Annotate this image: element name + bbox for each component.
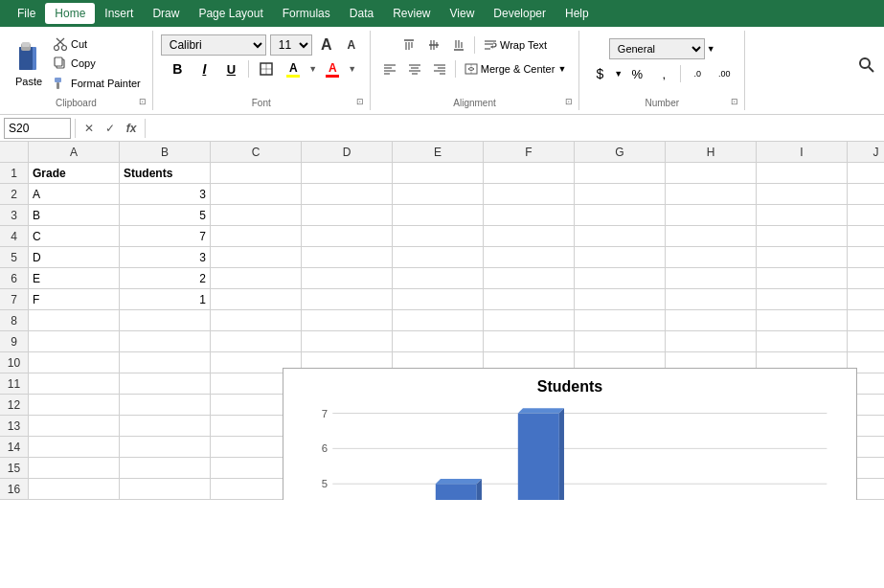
- copy-button[interactable]: Copy: [50, 54, 145, 73]
- font-family-select[interactable]: Calibri: [161, 34, 266, 56]
- confirm-button[interactable]: ✓: [101, 119, 120, 138]
- col-header-h[interactable]: H: [666, 142, 757, 162]
- cell-r8-c9[interactable]: [848, 310, 884, 330]
- cell-r11-c0[interactable]: [29, 373, 120, 394]
- underline-button[interactable]: U: [219, 58, 242, 79]
- row-header-9[interactable]: 9: [0, 331, 29, 352]
- menu-file[interactable]: File: [8, 3, 45, 24]
- cell-r8-c8[interactable]: [757, 310, 848, 330]
- cell-r1-c1[interactable]: Students: [120, 163, 211, 183]
- cell-r8-c0[interactable]: [29, 310, 120, 330]
- align-right-button[interactable]: [428, 58, 451, 79]
- number-expand[interactable]: ⊡: [731, 97, 742, 108]
- cell-r7-c2[interactable]: [211, 289, 302, 309]
- cell-r1-c6[interactable]: [575, 163, 666, 183]
- cell-r6-c3[interactable]: [302, 268, 393, 288]
- font-grow-button[interactable]: A: [316, 34, 337, 56]
- row-header-1[interactable]: 1: [0, 163, 29, 184]
- cell-r6-c0[interactable]: E: [29, 268, 120, 288]
- align-left-button[interactable]: [378, 58, 401, 79]
- cell-r2-c2[interactable]: [211, 184, 302, 204]
- cell-r2-c7[interactable]: [666, 184, 757, 204]
- merge-dropdown[interactable]: ▼: [557, 64, 566, 74]
- row-header-15[interactable]: 15: [0, 458, 29, 479]
- cell-r6-c2[interactable]: [211, 268, 302, 288]
- cell-r13-c1[interactable]: [120, 416, 211, 436]
- cell-reference-input[interactable]: [4, 118, 71, 139]
- row-header-8[interactable]: 8: [0, 310, 29, 331]
- cell-r14-c0[interactable]: [29, 437, 120, 457]
- cell-r1-c8[interactable]: [757, 163, 848, 183]
- cell-r8-c3[interactable]: [302, 310, 393, 330]
- cell-r15-c1[interactable]: [120, 458, 211, 478]
- cell-r3-c2[interactable]: [211, 205, 302, 225]
- cell-r6-c4[interactable]: [393, 268, 484, 288]
- row-header-16[interactable]: 16: [0, 479, 29, 500]
- cell-r9-c3[interactable]: [302, 331, 393, 351]
- col-header-b[interactable]: B: [120, 142, 211, 162]
- cell-r14-c1[interactable]: [120, 437, 211, 457]
- cell-r5-c5[interactable]: [484, 247, 575, 267]
- cell-r1-c3[interactable]: [302, 163, 393, 183]
- chart-container[interactable]: Students 01234567ABCDEF: [283, 368, 857, 500]
- cell-r2-c3[interactable]: [302, 184, 393, 204]
- cell-r3-c3[interactable]: [302, 205, 393, 225]
- cell-r15-c0[interactable]: [29, 458, 120, 478]
- cell-r4-c3[interactable]: [302, 226, 393, 246]
- row-header-11[interactable]: 11: [0, 373, 29, 395]
- cell-r2-c9[interactable]: [848, 184, 884, 204]
- cell-r8-c7[interactable]: [666, 310, 757, 330]
- cell-r1-c4[interactable]: [393, 163, 484, 183]
- cell-r7-c6[interactable]: [575, 289, 666, 309]
- col-header-e[interactable]: E: [393, 142, 484, 162]
- cell-r13-c0[interactable]: [29, 416, 120, 436]
- cell-r5-c1[interactable]: 3: [120, 247, 211, 267]
- cell-r3-c6[interactable]: [575, 205, 666, 225]
- cell-r4-c8[interactable]: [757, 226, 848, 246]
- menu-page-layout[interactable]: Page Layout: [189, 3, 272, 24]
- cell-r9-c0[interactable]: [29, 331, 120, 351]
- cell-r9-c2[interactable]: [211, 331, 302, 351]
- cell-r7-c5[interactable]: [484, 289, 575, 309]
- highlight-button[interactable]: A: [282, 58, 305, 79]
- row-header-3[interactable]: 3: [0, 205, 29, 226]
- cell-r4-c9[interactable]: [848, 226, 884, 246]
- row-header-5[interactable]: 5: [0, 247, 29, 268]
- cell-r5-c6[interactable]: [575, 247, 666, 267]
- cell-r9-c5[interactable]: [484, 331, 575, 351]
- cancel-button[interactable]: ✕: [79, 119, 99, 138]
- align-middle-button[interactable]: [422, 34, 445, 56]
- menu-formulas[interactable]: Formulas: [273, 3, 340, 24]
- cell-r2-c8[interactable]: [757, 184, 848, 204]
- menu-help[interactable]: Help: [555, 3, 599, 24]
- row-header-2[interactable]: 2: [0, 184, 29, 205]
- row-header-7[interactable]: 7: [0, 289, 29, 310]
- cell-r6-c8[interactable]: [757, 268, 848, 288]
- highlight-dropdown[interactable]: ▼: [308, 64, 317, 74]
- cell-r2-c5[interactable]: [484, 184, 575, 204]
- cell-r12-c1[interactable]: [120, 395, 211, 415]
- cell-r3-c0[interactable]: B: [29, 205, 120, 225]
- col-header-d[interactable]: D: [302, 142, 393, 162]
- col-header-f[interactable]: F: [484, 142, 575, 162]
- percent-button[interactable]: %: [624, 63, 649, 84]
- cell-r1-c9[interactable]: [848, 163, 884, 183]
- row-header-12[interactable]: 12: [0, 395, 29, 416]
- align-bottom-button[interactable]: [447, 34, 470, 56]
- font-color-dropdown[interactable]: ▼: [348, 64, 356, 74]
- col-header-i[interactable]: I: [757, 142, 848, 162]
- cell-r8-c1[interactable]: [120, 310, 211, 330]
- cell-r16-c1[interactable]: [120, 479, 211, 499]
- cell-r8-c6[interactable]: [575, 310, 666, 330]
- cell-r7-c8[interactable]: [757, 289, 848, 309]
- cell-r5-c0[interactable]: D: [29, 247, 120, 267]
- search-button[interactable]: [855, 54, 878, 77]
- number-format-select[interactable]: General: [609, 38, 705, 59]
- currency-dropdown[interactable]: ▼: [614, 69, 623, 79]
- cell-r1-c5[interactable]: [484, 163, 575, 183]
- cell-r3-c8[interactable]: [757, 205, 848, 225]
- cell-r16-c0[interactable]: [29, 479, 120, 499]
- cell-r11-c1[interactable]: [120, 373, 211, 394]
- cell-r7-c4[interactable]: [393, 289, 484, 309]
- col-header-c[interactable]: C: [211, 142, 302, 162]
